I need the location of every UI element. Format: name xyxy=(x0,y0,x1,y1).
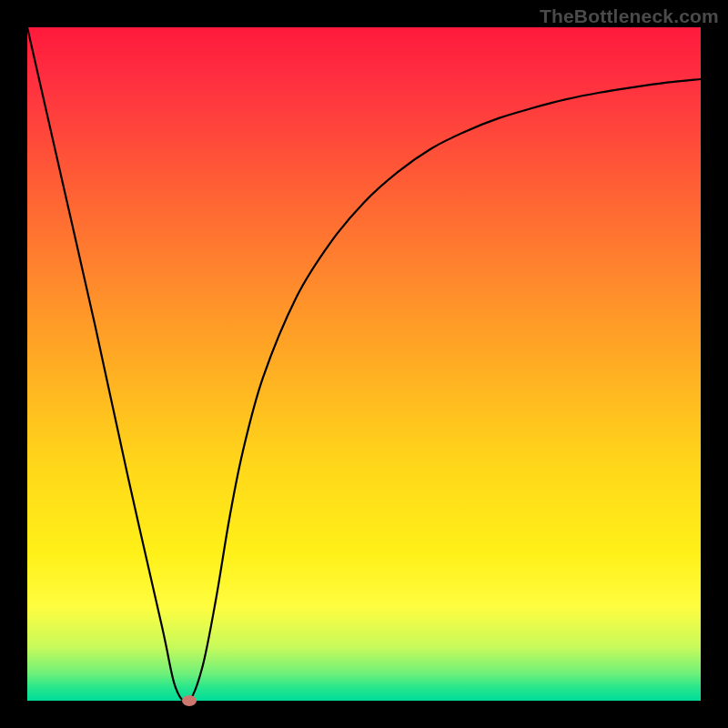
watermark-text: TheBottleneck.com xyxy=(540,5,719,27)
optimal-point-marker xyxy=(182,695,197,706)
bottleneck-curve-path xyxy=(27,27,701,701)
chart-frame: TheBottleneck.com xyxy=(0,0,728,728)
curve-svg xyxy=(27,27,701,701)
plot-area xyxy=(27,27,701,701)
